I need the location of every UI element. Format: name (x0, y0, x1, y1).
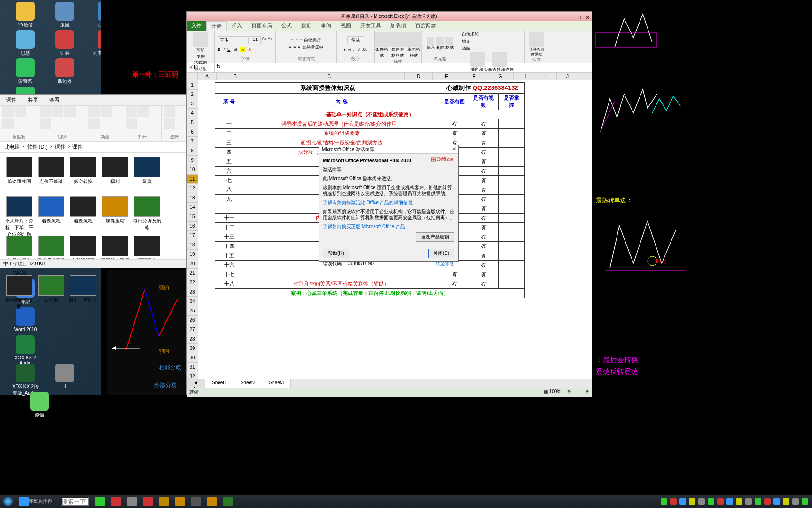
ribbon-tab[interactable]: 百度网盘 (411, 21, 441, 31)
close-button[interactable]: 关闭(C) (428, 249, 454, 258)
row-header[interactable]: 10 (187, 165, 198, 175)
row-header[interactable]: 11 (187, 175, 198, 184)
ribbon-button[interactable] (15, 106, 26, 117)
number-format-select[interactable]: 常规 (347, 36, 364, 44)
ribbon-button[interactable] (164, 106, 175, 117)
ribbon-tab[interactable]: 公式 (277, 21, 297, 31)
row-header[interactable]: 17 (187, 231, 198, 240)
dialog-link-buy-genuine[interactable]: 了解如何购买正版 Microsoft Office 产品 (323, 224, 405, 229)
currency-icon[interactable]: ¥ (344, 47, 346, 52)
desktop-icon[interactable]: 微信 (25, 392, 54, 418)
bold-button[interactable]: B (218, 47, 221, 52)
help-button[interactable]: 帮助(H) (323, 249, 349, 258)
file-item[interactable]: 多空转换 (68, 157, 98, 194)
row-header[interactable]: 16 (187, 222, 198, 231)
taskbar-app[interactable] (156, 496, 172, 507)
taskbar-app[interactable] (172, 496, 187, 507)
row-header[interactable]: 29 (187, 344, 198, 353)
row-header[interactable]: 8 (187, 146, 198, 156)
merge-center-button[interactable]: 合并后居中 (302, 44, 323, 50)
tray-icon[interactable] (717, 498, 724, 505)
ribbon-button[interactable] (2, 106, 14, 117)
file-item[interactable]: 强弱图例 (132, 236, 162, 273)
explorer-tab-share[interactable]: 共享 (22, 95, 44, 105)
tray-icon[interactable] (670, 498, 677, 505)
file-item[interactable]: 看盘流程 (68, 196, 98, 234)
row-header[interactable]: 13 (187, 193, 198, 203)
ribbon-tab[interactable]: 加载项 (386, 21, 411, 31)
taskbar-app[interactable] (93, 496, 108, 507)
file-grid[interactable]: 单边跳线图点位不能破多空转换福利复盘个人针对：分析、下单、平仓位 的理解看盘流程… (0, 153, 187, 317)
insert-icon[interactable] (427, 37, 434, 45)
zoom-level[interactable]: 100% (549, 389, 562, 394)
column-header[interactable]: J (557, 73, 578, 80)
row-header[interactable]: 15 (187, 212, 198, 222)
file-item[interactable]: 每天六项击数、均值 MACD (4, 236, 34, 273)
fx-icon[interactable]: fx (215, 64, 222, 72)
row-header[interactable]: 21 (187, 269, 198, 278)
ribbon-tab[interactable]: 插入 (227, 21, 247, 31)
desktop-icon[interactable]: ft (51, 364, 79, 389)
file-item[interactable]: 单边跳线图 (4, 157, 34, 194)
cut-button[interactable]: 剪切 (194, 48, 207, 54)
tray-icon[interactable] (736, 498, 742, 505)
close-icon[interactable]: ✕ (586, 13, 590, 22)
file-item[interactable]: 强弱图组合桌面 (4, 275, 34, 313)
align-mid-icon[interactable]: ≡ (296, 37, 298, 43)
row-header[interactable]: 18 (187, 240, 198, 250)
fill-button[interactable]: 填充 (462, 39, 470, 45)
row-header[interactable]: 2 (187, 90, 198, 99)
cell-style-icon[interactable] (406, 32, 422, 47)
tray-icon[interactable] (726, 498, 733, 505)
tray-icon[interactable] (689, 498, 695, 505)
column-header[interactable]: G (487, 73, 514, 80)
column-header[interactable]: C (254, 73, 405, 80)
decrease-font-icon[interactable]: A↓ (267, 36, 273, 44)
align-bot-icon[interactable]: ≡ (300, 37, 302, 43)
column-header[interactable]: F (461, 73, 487, 80)
row-header[interactable]: 12 (187, 184, 198, 193)
ribbon-button[interactable] (126, 118, 137, 129)
italic-button[interactable]: I (224, 47, 225, 52)
ribbon-button[interactable] (101, 106, 112, 117)
file-item[interactable]: 认知图 (36, 275, 66, 313)
percent-icon[interactable]: % (348, 47, 351, 52)
column-header[interactable]: E (433, 73, 461, 80)
desktop-icon[interactable]: 搬运器 (51, 58, 79, 85)
explorer-tab-view[interactable]: 查看 (44, 95, 65, 105)
sheet-nav[interactable]: ◄ ► (187, 379, 205, 388)
align-right-icon[interactable]: ≡ (298, 44, 300, 50)
explorer-tab-main[interactable]: 课件 (0, 95, 22, 105)
font-name-select[interactable]: 宋体 (218, 36, 249, 44)
file-item[interactable]: 复盘 (132, 157, 162, 194)
file-item[interactable]: 个人针对：分析、下单、平仓位 的理解 (4, 196, 34, 234)
taskbar-search[interactable] (61, 497, 89, 506)
tray-icon[interactable] (708, 498, 714, 505)
row-header[interactable]: 31 (187, 363, 198, 372)
taskbar-app[interactable] (141, 496, 156, 507)
ribbon-tab[interactable]: 页面布局 (247, 21, 277, 31)
column-header[interactable]: I (535, 73, 557, 80)
desktop-icon[interactable]: XOX KX-2 Audio (11, 335, 39, 365)
column-header[interactable]: B (217, 73, 254, 80)
sheet-tab[interactable]: Sheet2 (234, 379, 263, 388)
ribbon-button[interactable] (40, 106, 51, 117)
taskbar-app[interactable] (204, 496, 219, 507)
taskbar-excel[interactable] (220, 496, 235, 507)
row-header[interactable]: 20 (187, 259, 198, 269)
tray-icon[interactable] (783, 498, 789, 505)
ribbon-button[interactable] (64, 106, 76, 117)
ribbon-tab[interactable]: 开发工具 (356, 21, 386, 31)
desktop-icon[interactable]: 爱奇艺 (11, 58, 39, 85)
tray-icon[interactable] (755, 498, 761, 505)
ribbon-tab[interactable]: 视图 (336, 21, 356, 31)
file-item[interactable]: 强弱的共同证明形式 (100, 236, 130, 273)
column-header[interactable]: D (405, 73, 433, 80)
maximize-icon[interactable]: □ (578, 13, 581, 22)
desktop-icon[interactable]: YY语音 (11, 2, 39, 28)
cond-format-icon[interactable] (375, 32, 390, 47)
row-header[interactable]: 5 (187, 118, 198, 127)
close-icon[interactable]: ✕ (453, 146, 456, 151)
start-button[interactable] (0, 496, 16, 507)
file-item[interactable]: 看盘流程 (36, 196, 66, 234)
